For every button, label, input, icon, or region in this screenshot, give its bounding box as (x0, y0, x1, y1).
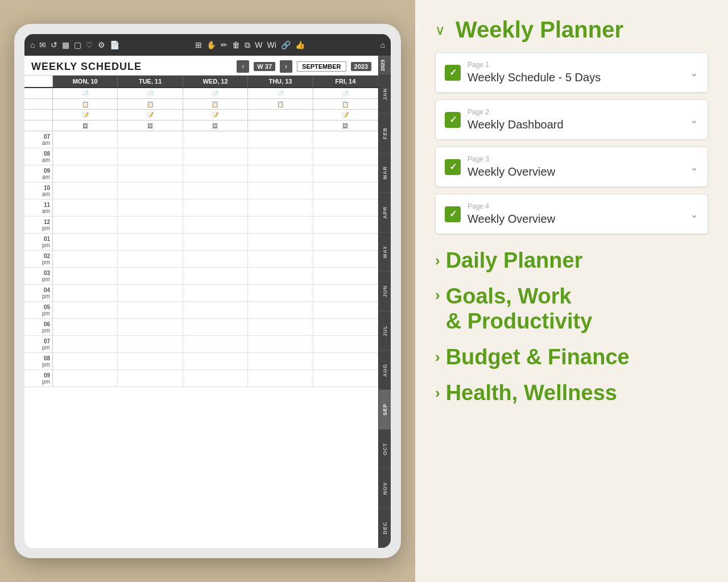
month-item-JUN[interactable]: JUN (379, 272, 391, 311)
eraser-icon[interactable]: ✏ (221, 40, 228, 49)
health-header[interactable]: › Health, Wellness (435, 381, 708, 405)
time-cell-d1-6[interactable] (118, 234, 183, 250)
page-3-checkbox[interactable] (445, 159, 461, 175)
time-cell-d0-10[interactable] (53, 302, 118, 318)
time-cell-d1-9[interactable] (118, 285, 183, 301)
event-cell-tue-2[interactable]: 📋 (118, 99, 183, 109)
time-cell-d0-11[interactable] (53, 319, 118, 335)
page-4-chevron[interactable]: ⌄ (690, 208, 698, 221)
home-btn[interactable]: ⌂ (380, 40, 385, 49)
page-4-checkbox[interactable] (445, 206, 461, 222)
time-cell-d4-12[interactable] (313, 336, 378, 352)
time-cell-d3-10[interactable] (248, 302, 313, 318)
month-item-FEB[interactable]: FEB (379, 114, 391, 153)
event-cell-fri-3[interactable]: 📝 (313, 110, 378, 120)
time-cell-d4-3[interactable] (313, 182, 378, 199)
heart-icon[interactable]: ♡ (86, 40, 93, 49)
time-cell-d2-2[interactable] (183, 165, 248, 182)
time-cell-d0-13[interactable] (53, 353, 118, 369)
page-1-checkbox[interactable] (445, 65, 461, 81)
month-item-DEC[interactable]: DEC (379, 509, 391, 548)
time-cell-d2-4[interactable] (183, 199, 248, 216)
time-cell-d2-14[interactable] (183, 370, 248, 386)
time-cell-d4-6[interactable] (313, 234, 378, 250)
time-cell-d1-4[interactable] (118, 199, 183, 216)
event-cell-fri-2[interactable]: 📋 (313, 99, 378, 109)
time-cell-d4-11[interactable] (313, 319, 378, 335)
event-cell-wed-4[interactable]: 🖼 (183, 120, 248, 131)
budget-chevron[interactable]: › (435, 348, 440, 366)
time-cell-d4-7[interactable] (313, 251, 378, 267)
thumb-icon[interactable]: 👍 (295, 40, 305, 49)
time-cell-d3-4[interactable] (248, 199, 313, 216)
time-cell-d2-0[interactable] (183, 131, 248, 148)
time-cell-d3-3[interactable] (248, 182, 313, 199)
event-cell-tue-4[interactable]: 🖼 (118, 120, 183, 131)
page-2-chevron[interactable]: ⌄ (690, 114, 698, 126)
weekly-planner-chevron[interactable]: ∨ (435, 22, 445, 38)
square-icon[interactable]: ▢ (74, 40, 81, 49)
time-cell-d1-0[interactable] (118, 131, 183, 148)
time-cell-d1-14[interactable] (118, 370, 183, 386)
time-cell-d1-2[interactable] (118, 165, 183, 182)
next-week-btn[interactable]: › (280, 60, 292, 73)
layers-icon[interactable]: ⧉ (245, 40, 250, 50)
time-cell-d2-6[interactable] (183, 234, 248, 250)
month-item-MAY[interactable]: MAY (379, 232, 391, 272)
month-item-OCT[interactable]: OCT (379, 430, 391, 469)
goals-chevron[interactable]: › (435, 286, 440, 304)
time-cell-d0-14[interactable] (53, 370, 118, 386)
time-cell-d2-7[interactable] (183, 251, 248, 267)
event-cell-thu-2[interactable]: 📋 (248, 99, 313, 109)
month-item-JAN[interactable]: JAN (379, 74, 391, 114)
goals-header[interactable]: › Goals, Work& Productivity (435, 284, 708, 334)
time-cell-d1-12[interactable] (118, 336, 183, 352)
time-cell-d4-0[interactable] (313, 131, 378, 148)
time-cell-d3-12[interactable] (248, 336, 313, 352)
time-cell-d3-9[interactable] (248, 285, 313, 301)
event-cell-thu-4[interactable] (248, 120, 313, 131)
time-cell-d3-13[interactable] (248, 353, 313, 369)
trash-icon[interactable]: 🗑 (232, 40, 240, 49)
time-cell-d4-10[interactable] (313, 302, 378, 318)
health-chevron[interactable]: › (435, 384, 440, 402)
time-cell-d4-14[interactable] (313, 370, 378, 386)
time-cell-d0-2[interactable] (53, 165, 118, 182)
page-3-item[interactable]: Page 3 Weekly Overview ⌄ (435, 147, 708, 187)
time-cell-d1-7[interactable] (118, 251, 183, 267)
time-cell-d2-13[interactable] (183, 353, 248, 369)
time-cell-d0-1[interactable] (53, 148, 118, 165)
time-cell-d4-4[interactable] (313, 199, 378, 216)
month-item-NOV[interactable]: NOV (379, 469, 391, 508)
prev-week-btn[interactable]: ‹ (237, 60, 249, 73)
apps-icon[interactable]: ⊞ (195, 40, 202, 49)
page-1-chevron[interactable]: ⌄ (690, 66, 698, 79)
time-cell-d3-11[interactable] (248, 319, 313, 335)
event-cell-tue-1[interactable]: 📄 (118, 88, 183, 98)
refresh-icon[interactable]: ↺ (51, 40, 57, 49)
time-cell-d0-8[interactable] (53, 268, 118, 284)
time-cell-d3-0[interactable] (248, 131, 313, 148)
time-cell-d0-6[interactable] (53, 234, 118, 250)
event-cell-mon-4[interactable]: 🖼 (53, 120, 118, 131)
time-cell-d2-11[interactable] (183, 319, 248, 335)
wifi2-icon[interactable]: Wi (267, 40, 276, 49)
mail-icon[interactable]: ✉ (39, 40, 46, 49)
time-cell-d3-6[interactable] (248, 234, 313, 250)
page-3-chevron[interactable]: ⌄ (690, 161, 698, 173)
time-cell-d1-13[interactable] (118, 353, 183, 369)
time-cell-d4-9[interactable] (313, 285, 378, 301)
time-cell-d1-10[interactable] (118, 302, 183, 318)
time-cell-d3-14[interactable] (248, 370, 313, 386)
time-cell-d1-1[interactable] (118, 148, 183, 165)
time-cell-d0-0[interactable] (53, 131, 118, 148)
event-cell-wed-3[interactable]: 📝 (183, 110, 248, 120)
time-cell-d3-7[interactable] (248, 251, 313, 267)
time-cell-d3-2[interactable] (248, 165, 313, 182)
time-cell-d0-9[interactable] (53, 285, 118, 301)
page-1-item[interactable]: Page 1 Weekly Schedule - 5 Days ⌄ (435, 52, 708, 93)
month-item-AUG[interactable]: AUG (379, 351, 391, 390)
time-cell-d3-5[interactable] (248, 217, 313, 233)
time-cell-d2-8[interactable] (183, 268, 248, 284)
page-2-item[interactable]: Page 2 Weekly Dashboard ⌄ (435, 99, 708, 140)
